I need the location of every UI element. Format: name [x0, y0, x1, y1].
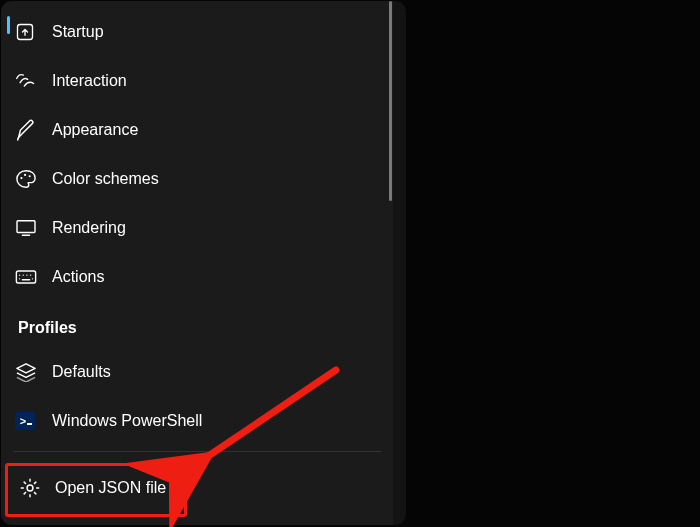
settings-sidebar: Startup Interaction Appearance — [1, 1, 393, 525]
svg-rect-5 — [16, 271, 35, 283]
open-json-file-label: Open JSON file — [55, 479, 166, 497]
monitor-icon — [15, 216, 41, 240]
palette-icon — [15, 167, 41, 191]
sidebar-item-label: Interaction — [52, 72, 127, 90]
svg-point-3 — [29, 175, 31, 177]
sidebar-item-interaction[interactable]: Interaction — [1, 56, 393, 105]
sidebar-item-color-schemes[interactable]: Color schemes — [1, 154, 393, 203]
sidebar-item-label: Windows PowerShell — [52, 412, 202, 430]
section-header-profiles: Profiles — [1, 301, 393, 347]
sidebar-item-label: Color schemes — [52, 170, 159, 188]
svg-point-2 — [24, 173, 26, 175]
sidebar-item-label: Startup — [52, 23, 104, 41]
layers-icon — [15, 360, 41, 384]
sidebar-item-actions[interactable]: Actions — [1, 252, 393, 301]
sidebar-item-label: Defaults — [52, 363, 111, 381]
appearance-icon — [15, 118, 41, 142]
keyboard-icon — [15, 265, 41, 289]
svg-rect-4 — [17, 220, 35, 232]
sidebar-item-label: Actions — [52, 268, 104, 286]
interaction-icon — [15, 69, 41, 93]
sidebar-item-label: Rendering — [52, 219, 126, 237]
powershell-icon — [15, 409, 41, 433]
sidebar-item-defaults[interactable]: Defaults — [1, 347, 393, 396]
sidebar-item-rendering[interactable]: Rendering — [1, 203, 393, 252]
sidebar-item-powershell[interactable]: Windows PowerShell — [1, 396, 393, 445]
sidebar-scrollbar[interactable] — [383, 1, 395, 525]
svg-point-1 — [20, 177, 22, 179]
sidebar-item-label: Appearance — [52, 121, 138, 139]
separator — [13, 451, 381, 452]
sidebar-item-startup[interactable]: Startup — [1, 7, 393, 56]
scrollbar-thumb[interactable] — [389, 1, 392, 201]
startup-icon — [15, 20, 41, 44]
svg-point-6 — [27, 485, 33, 491]
gear-icon — [19, 476, 45, 500]
sidebar-item-appearance[interactable]: Appearance — [1, 105, 393, 154]
open-json-file-button[interactable]: Open JSON file — [13, 464, 381, 511]
settings-panel: Startup Interaction Appearance — [1, 1, 406, 525]
